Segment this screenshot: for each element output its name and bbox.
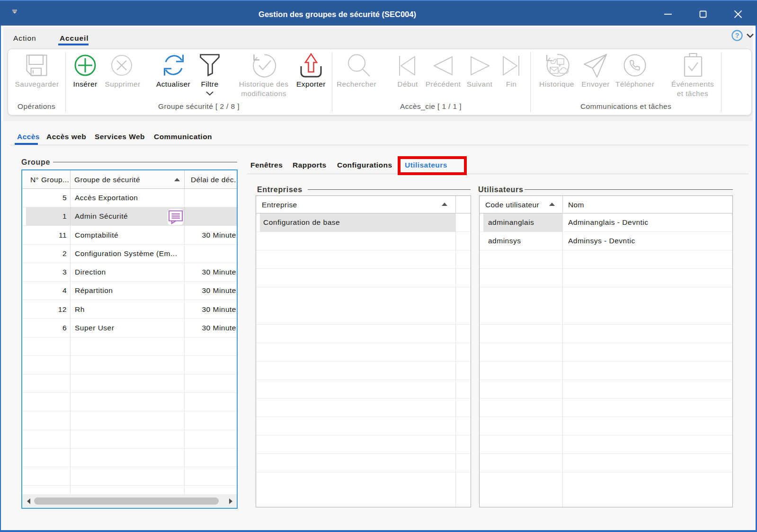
svg-text:?: ? (735, 32, 739, 39)
